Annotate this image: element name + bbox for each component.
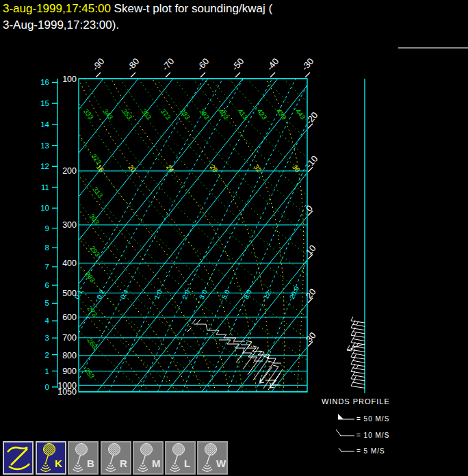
isotherm-tick xyxy=(305,72,310,77)
wind-barb xyxy=(351,382,365,388)
pressure-axis-label: 100 xyxy=(62,75,77,84)
sounding-trace xyxy=(259,362,274,384)
dry-adiabat-label: 253 xyxy=(83,367,96,380)
wind-barb xyxy=(351,367,365,373)
radiosonde-icon: B xyxy=(69,442,97,473)
wind-barb xyxy=(353,364,365,370)
isotherm-line xyxy=(0,79,243,392)
height-axis-label: 9 xyxy=(45,224,49,233)
isotherm-line xyxy=(62,79,313,392)
height-axis-label: 11 xyxy=(41,183,49,191)
isotherm-top-label: -60 xyxy=(195,56,211,72)
isotherm-right-label: 30 xyxy=(304,330,318,345)
wind-barb xyxy=(351,353,365,359)
pressure-axis-label: 700 xyxy=(62,333,77,343)
height-axis-label: 8 xyxy=(45,243,49,252)
mixing-ratio-label: 1.0 xyxy=(153,288,164,300)
button-letter: W xyxy=(216,458,226,469)
toolbar-button-station-m[interactable]: M xyxy=(133,441,164,475)
mixing-ratio-label: 8.0 xyxy=(242,288,253,300)
dry-adiabat-label: 403 xyxy=(217,107,230,121)
isotherm-tick xyxy=(166,72,170,77)
isotherm-line xyxy=(0,79,68,392)
radiosonde-icon: W xyxy=(198,442,226,473)
sounding-trace xyxy=(192,319,196,324)
height-axis-label: 6 xyxy=(45,281,49,289)
dry-adiabat-line xyxy=(0,79,215,392)
toolbar-button-station-w[interactable]: W xyxy=(197,441,228,475)
dry-adiabat-line xyxy=(66,79,392,392)
legend-50ms: = 50 M/S xyxy=(356,415,389,423)
height-axis-label: 3 xyxy=(45,334,49,342)
moist-adiabat-line xyxy=(0,79,162,392)
mixing-ratio-label: 5.0 xyxy=(220,288,231,300)
toolbar-button-station-k[interactable]: K xyxy=(36,441,66,475)
app-window: 3-aug-1999,17:45:00 Skew-t plot for soun… xyxy=(0,0,468,476)
isotherm-tick xyxy=(270,72,275,77)
height-axis-label: 1 xyxy=(45,367,49,375)
isotherm-top-label: -50 xyxy=(230,56,246,72)
moist-adiabat-label: 32 xyxy=(252,163,263,174)
toolbar-button-station-l[interactable]: L xyxy=(165,441,196,475)
moist-adiabat-line xyxy=(11,79,203,392)
mixing-ratio-line xyxy=(206,79,348,392)
dry-adiabat-label: 423 xyxy=(256,107,269,121)
isotherm-line xyxy=(167,79,417,392)
sounding-trace xyxy=(196,319,200,324)
isotherm-tick xyxy=(200,72,205,77)
height-axis-label: 2 xyxy=(45,351,49,359)
isotherm-right-label: 0 xyxy=(304,203,315,213)
isotherm-tick xyxy=(131,72,135,77)
wind-barb xyxy=(353,378,365,384)
isotherm-top-label: -30 xyxy=(300,56,316,72)
mixing-ratio-label: 2.0 xyxy=(181,288,192,300)
wind-barb xyxy=(353,371,365,378)
moist-adiabat-line xyxy=(0,79,176,392)
dry-adiabat-label: 363 xyxy=(140,107,153,121)
isotherm-top-label: -80 xyxy=(125,56,142,72)
isotherm-line xyxy=(0,79,103,392)
pressure-axis-label: 200 xyxy=(62,166,77,176)
isotherm-right-label: 20 xyxy=(304,287,318,301)
radiosonde-icon: M xyxy=(134,442,162,473)
isotherm-line xyxy=(307,79,468,392)
isotherm-line xyxy=(0,79,208,392)
dry-adiabat-line xyxy=(0,79,250,392)
dry-adiabat-line xyxy=(0,79,73,392)
mixing-ratio-label: 12. xyxy=(262,289,273,300)
dry-adiabat-label: 373 xyxy=(159,107,172,121)
wind-barb xyxy=(353,335,365,341)
isotherm-top-label: -40 xyxy=(265,56,281,72)
sounding-trace xyxy=(187,328,192,332)
moist-adiabat-label: 28 xyxy=(209,163,220,174)
isotherm-line xyxy=(237,79,468,392)
height-axis-label: 10 xyxy=(40,204,49,212)
toolbar-button-station-b[interactable]: B xyxy=(68,441,99,475)
isotherm-right-label: -20 xyxy=(304,110,320,127)
isotherm-line xyxy=(0,79,173,392)
isotherm-top-label: -90 xyxy=(90,56,107,72)
wind-barb xyxy=(353,349,365,356)
sounding-trace xyxy=(206,324,245,341)
mixing-ratio-label: 20.0 xyxy=(288,285,301,300)
mixing-ratio-line xyxy=(139,79,296,392)
height-axis-label: 7 xyxy=(45,263,49,271)
height-axis-label: 5 xyxy=(45,299,49,307)
dry-adiabat-line xyxy=(229,79,468,392)
height-axis-label: 16 xyxy=(40,78,49,86)
height-axis-label: 14 xyxy=(40,120,49,129)
button-letter: L xyxy=(184,458,190,469)
height-axis-label: 12 xyxy=(40,162,49,170)
wind-arrow-head xyxy=(347,350,352,351)
mixing-ratio-label: 3.0 xyxy=(198,288,209,300)
wind-barb xyxy=(353,328,365,334)
height-axis-label: 0 xyxy=(45,383,49,391)
zeb-z-icon xyxy=(4,442,32,473)
height-axis-label: 13 xyxy=(40,142,49,150)
pressure-axis-label: 400 xyxy=(62,259,77,268)
dry-adiabat-line xyxy=(0,79,144,392)
toolbar-button-zeb-logo[interactable] xyxy=(3,441,34,475)
mixing-ratio-line xyxy=(157,79,310,392)
pressure-axis-label: 1050 xyxy=(57,387,77,397)
toolbar-button-station-r[interactable]: R xyxy=(101,441,131,475)
